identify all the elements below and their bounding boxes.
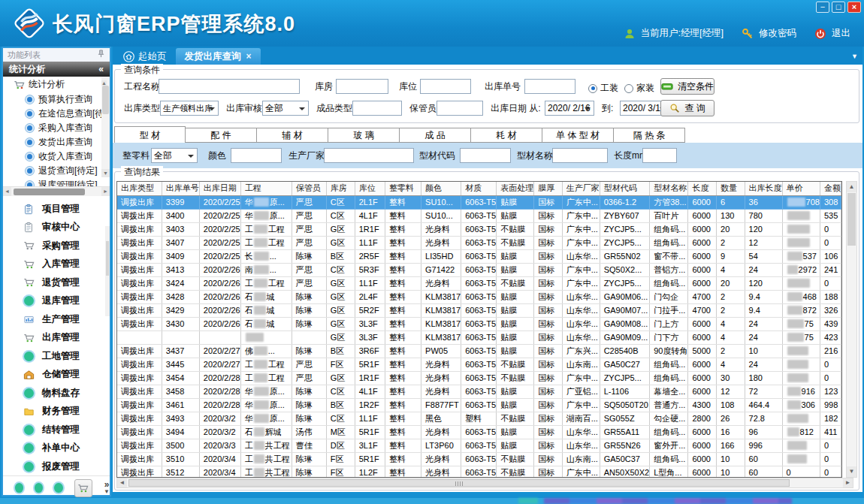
sidebar-item-10[interactable]: 物料盘存 — [3, 384, 110, 403]
sidebar-item-3[interactable]: 入库管理 — [3, 255, 110, 274]
material-tab-7[interactable]: 隔 热 条 — [614, 128, 685, 143]
tree-item[interactable]: 预算执行查询 — [3, 92, 110, 107]
material-tab-4[interactable]: 成 品 — [400, 128, 471, 143]
column-header[interactable]: 金额 — [820, 182, 841, 195]
project-name-input[interactable] — [159, 79, 300, 94]
manufacturer-input[interactable] — [324, 148, 414, 163]
quick-circle-icon[interactable] — [35, 483, 43, 493]
sidebar-item-1[interactable]: 审核中心 — [3, 219, 110, 237]
audit-select[interactable]: 全部 — [262, 101, 309, 116]
scroll-down-icon[interactable]: ▼ — [101, 169, 110, 177]
h-scroll-thumb[interactable] — [128, 479, 790, 487]
profile-code-input[interactable] — [460, 148, 511, 163]
column-header[interactable]: 膜厚 — [534, 182, 563, 195]
radio-industrial[interactable]: 工装 — [588, 82, 618, 95]
whole-part-select[interactable]: 全部 — [151, 148, 198, 163]
sidebar-item-7[interactable]: 出库管理 — [3, 329, 110, 348]
table-row[interactable]: 调拨出库34242020/2/26工工程严思G区1L1F整料光身料6063-T5… — [117, 276, 841, 290]
material-tab-5[interactable]: 耗 材 — [471, 128, 542, 143]
column-header[interactable]: 颜色 — [421, 182, 461, 195]
stats-section-header[interactable]: 统计分析 « — [3, 62, 110, 77]
column-header[interactable]: 出库长度 — [745, 182, 782, 195]
sidebar-item-9[interactable]: 仓储管理 — [3, 366, 110, 385]
length-input[interactable] — [642, 148, 677, 163]
column-header[interactable]: 库位 — [355, 182, 385, 195]
clear-conditions-button[interactable]: 清空条件 — [660, 78, 714, 95]
tree-h-scroll-thumb[interactable] — [14, 189, 85, 195]
table-row[interactable]: 调拨出库34932020/3/2华原...陈琳C区1L1F整料黑色塑料不贴膜国标… — [117, 412, 841, 425]
location-input[interactable] — [420, 79, 471, 94]
material-tab-1[interactable]: 配 件 — [186, 128, 257, 143]
table-row[interactable]: 调拨出库34132020/2/26南...严思C区5R3F整料G71422606… — [117, 263, 841, 276]
tab-shipping-outbound-query[interactable]: 发货出库查询× — [176, 48, 261, 65]
material-tab-3[interactable]: 玻 璃 — [328, 128, 400, 143]
column-header[interactable]: 型材代码 — [600, 182, 650, 195]
tab-home[interactable]: 起始页 — [114, 48, 176, 65]
profile-name-input[interactable] — [552, 148, 608, 163]
sidebar-item-11[interactable]: 财务管理 — [3, 403, 110, 421]
sidebar-item-5[interactable]: 退库管理 — [3, 292, 110, 311]
color-input[interactable] — [231, 148, 282, 163]
sidebar-item-8[interactable]: 工地管理 — [3, 347, 110, 366]
column-header[interactable]: 生产厂家 — [562, 182, 600, 195]
material-tab-6[interactable]: 单 体 型 材 — [542, 128, 614, 143]
column-header[interactable]: 型材名称 — [650, 182, 688, 195]
logout-link[interactable]: 退出 — [832, 27, 850, 40]
sidebar-item-6[interactable]: 生产管理 — [3, 310, 110, 329]
table-row[interactable]: 调拨出库34292020/2/26石城陈琳G区5R2F整料KLM38176063… — [117, 303, 841, 317]
tree-h-scrollbar[interactable]: ◄ ► — [3, 186, 110, 196]
table-row[interactable]: 调拨出库34302020/2/26石城陈琳G区3L3F整料KLM38176063… — [117, 317, 841, 330]
order-no-input[interactable] — [524, 79, 575, 94]
table-row[interactable]: 调拨出库34072020/2/25工工程严思G区1L1F整料光身料6063-T5… — [117, 236, 841, 249]
sidebar-item-2[interactable]: 采购管理 — [3, 237, 110, 255]
tree-item[interactable]: 退库管理[待定] — [3, 178, 110, 186]
cart-quick-button[interactable] — [74, 479, 92, 497]
grid-h-scrollbar[interactable]: ◄ ► — [116, 478, 853, 488]
scroll-up-icon[interactable]: ▲ — [847, 182, 856, 192]
sidebar-item-14[interactable]: 报废管理 — [3, 457, 110, 476]
tree-v-scroll-thumb[interactable] — [102, 86, 109, 114]
column-header[interactable]: 长度 — [688, 182, 717, 195]
table-row[interactable]: 调拨出库35102020/3/4工共工程陈琳F区5R1F整料光身料6063-T5… — [117, 452, 841, 466]
product-type-input[interactable] — [352, 101, 402, 116]
quick-circle-icon[interactable] — [54, 483, 62, 493]
table-row[interactable]: 调拨出库34582020/2/28华原...陈琳C区4L1F整料光身料6063-… — [117, 385, 841, 398]
tree-item[interactable]: 在途信息查询[待 — [3, 107, 110, 121]
v-scroll-thumb[interactable] — [847, 193, 856, 246]
tree-item[interactable]: 发货出库查询 — [3, 135, 110, 149]
tree-root-stats[interactable]: 统计分析 — [3, 77, 110, 92]
table-row[interactable]: 调拨出库34282020/2/26石城陈琳G区2L4F整料KLM38176063… — [117, 290, 841, 303]
table-row[interactable]: 调拨出库34372020/2/27佛...陈琳B区3R6F整料PW056063-… — [117, 344, 841, 358]
column-header[interactable]: 单价 — [782, 182, 820, 195]
table-row[interactable]: 调拨出库34452020/2/27工工程严思F区5R1F整料光身料6063-T5… — [117, 358, 841, 371]
column-header[interactable]: 库房 — [326, 182, 355, 195]
search-button[interactable]: 查 询 — [660, 100, 714, 116]
maximize-button[interactable]: □ — [832, 2, 845, 13]
table-row[interactable]: 调拨出库34002020/2/25华原...严思C区4L1F整料SU10...6… — [117, 209, 841, 222]
pin-icon[interactable] — [97, 48, 105, 62]
scroll-up-icon[interactable]: ▲ — [101, 80, 107, 86]
table-row[interactable]: 调拨出库33992020/2/25华原...严思C区2L1F整料SU10...6… — [117, 195, 841, 209]
table-row[interactable]: 调拨出库34612020/2/28华原...陈琳B区1R2F整料F8877FT6… — [117, 398, 841, 412]
table-row[interactable]: 调拨出库35002020/3/3工共工程曹佳D区3L1F整料LT3P606063… — [117, 439, 841, 452]
scroll-left-icon[interactable]: ◄ — [117, 478, 127, 487]
change-password-link[interactable]: 修改密码 — [759, 27, 796, 40]
sidebar-item-13[interactable]: 补单中心 — [3, 439, 110, 458]
close-button[interactable]: × — [847, 2, 861, 13]
menu-scrollbar[interactable] — [105, 226, 110, 316]
table-row[interactable]: 调拨出库34942020/3/2石辉城汤伟M区5R1F整料光身料6063-T5贴… — [117, 425, 841, 439]
column-header[interactable]: 出库类型 — [117, 182, 162, 195]
table-row[interactable]: G区3L3F整料KLM38176063-T5贴膜国标山东华...GA90M09.… — [117, 330, 841, 344]
grid-v-scrollbar[interactable]: ▲ ▼ — [846, 181, 857, 478]
scroll-right-icon[interactable]: ► — [843, 478, 853, 487]
column-header[interactable]: 出库单号 — [162, 182, 199, 195]
table-row[interactable]: 调拨出库35122020/3/4工共工程陈琳F区1L2F整料光身料6063-T5… — [117, 466, 841, 478]
radio-home[interactable]: 家装 — [624, 82, 654, 95]
table-row[interactable]: 调拨出库34542020/2/28工工程严思G区1R1F整料光身料6063-T5… — [117, 371, 841, 385]
date-from-select[interactable]: 2020/ 2/16 — [545, 101, 594, 116]
material-tab-2[interactable]: 辅 材 — [257, 128, 328, 143]
minimize-button[interactable]: − — [816, 2, 829, 13]
column-header[interactable]: 工程 — [240, 182, 292, 195]
sidebar-item-0[interactable]: 项目管理 — [3, 200, 110, 219]
column-header[interactable]: 整零料 — [385, 182, 421, 195]
